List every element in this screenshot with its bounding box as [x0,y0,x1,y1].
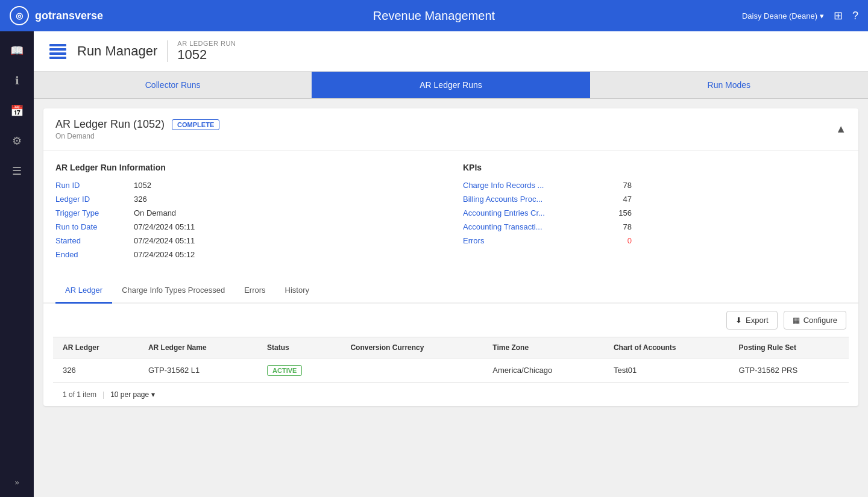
page-header: Run Manager AR LEDGER RUN 1052 [34,31,868,72]
nav-title: Revenue Management [373,9,495,23]
ledger-id-value: 326 [134,195,147,204]
card-title-section: AR Ledger Run (1052) COMPLETE [55,118,219,131]
started-label: Started [55,236,134,245]
info-icon: ℹ [15,74,19,87]
main-layout: 📖 ℹ 📅 ⚙ ☰ » Run Manage [0,31,868,497]
logo-icon: ◎ [10,6,29,25]
kpi-errors-value: 0 [614,236,632,245]
kpi-errors: Errors 0 [463,236,632,245]
run-manager-title: Run Manager [77,43,157,59]
user-name: Daisy Deane (Deane) [742,11,817,20]
kpi-accounting-trans: Accounting Transacti... 78 [463,222,632,231]
info-run-to-date: Run to Date 07/24/2024 05:11 [55,222,439,231]
sidebar: 📖 ℹ 📅 ⚙ ☰ » [0,31,34,497]
ledger-id-label: Ledger ID [55,195,134,204]
help-icon[interactable]: ? [852,10,858,22]
info-started: Started 07/24/2024 05:11 [55,236,439,245]
calendar-icon: 📅 [10,104,24,117]
ended-value: 07/24/2024 05:12 [134,250,195,259]
run-to-date-value: 07/24/2024 05:11 [134,222,195,231]
kpi-accounting-trans-value: 78 [614,222,632,231]
sub-tab-errors[interactable]: Errors [234,278,275,304]
ar-ledger-run-label: AR LEDGER RUN [177,40,236,47]
user-dropdown-icon: ▾ [820,11,824,20]
ar-ledger-table: AR Ledger AR Ledger Name Status Conversi… [53,337,849,383]
cell-status: ACTIVE [257,358,341,383]
col-ar-ledger: AR Ledger [53,337,139,358]
cell-ar-ledger-name: GTP-31562 L1 [139,358,257,383]
info-trigger-type: Trigger Type On Demand [55,208,439,217]
tab-run-modes[interactable]: Run Modes [590,72,868,98]
col-time-zone: Time Zone [483,337,604,358]
export-icon: ⬇ [735,316,742,325]
configure-icon: ▦ [793,316,800,325]
col-chart-of-accounts: Chart of Accounts [604,337,729,358]
ar-ledger-run-id: 1052 [177,47,236,63]
card-header: AR Ledger Run (1052) COMPLETE On Demand … [43,108,858,151]
configure-button[interactable]: ▦ Configure [784,311,846,330]
cell-posting-rule-set: GTP-31562 PRS [729,358,849,383]
item-count: 1 of 1 item [63,390,96,399]
kpi-accounting-entries-value: 156 [614,208,632,217]
card-subtitle: On Demand [55,132,219,140]
svg-rect-0 [49,44,66,46]
list-icon: ☰ [12,164,22,178]
kpi-billing-accounts-label: Billing Accounts Proc... [463,195,614,204]
table-row: 326 GTP-31562 L1 ACTIVE America/Chicago … [53,358,849,383]
grid-icon[interactable]: ⊞ [834,9,843,22]
sidebar-item-list[interactable]: ☰ [4,158,30,184]
cell-chart-of-accounts: Test01 [604,358,729,383]
kpi-billing-accounts: Billing Accounts Proc... 47 [463,195,632,204]
per-page-select[interactable]: 10 per page ▾ [110,390,155,399]
started-value: 07/24/2024 05:11 [134,236,195,245]
ar-ledger-run-info: AR LEDGER RUN 1052 [177,40,236,63]
svg-rect-2 [49,52,66,55]
cell-time-zone: America/Chicago [483,358,604,383]
collapse-icon[interactable]: ▲ [835,123,846,136]
table-header-row: AR Ledger AR Ledger Name Status Conversi… [53,337,849,358]
tab-ar-ledger-runs[interactable]: AR Ledger Runs [312,72,590,98]
sidebar-item-info[interactable]: ℹ [4,67,30,94]
pagination-divider: | [102,390,104,399]
kpis-section: KPIs Charge Info Records ... 78 Billing … [463,163,846,264]
export-label: Export [746,316,769,325]
tab-collector-runs[interactable]: Collector Runs [34,72,312,98]
user-menu[interactable]: Daisy Deane (Deane) ▾ [742,11,824,20]
run-info-title: AR Ledger Run Information [55,163,439,172]
svg-rect-3 [49,57,66,59]
svg-rect-1 [49,48,66,51]
per-page-chevron: ▾ [151,390,155,399]
table-container: AR Ledger AR Ledger Name Status Conversi… [53,337,849,406]
ended-label: Ended [55,250,134,259]
sub-tabs: AR Ledger Charge Info Types Processed Er… [43,278,858,304]
info-ledger-id: Ledger ID 326 [55,195,439,204]
sidebar-item-book[interactable]: 📖 [4,37,30,64]
card-header-left: AR Ledger Run (1052) COMPLETE On Demand [55,118,219,140]
trigger-type-label: Trigger Type [55,208,134,217]
top-nav: ◎ gotransverse Revenue Management Daisy … [0,0,868,31]
book-icon: 📖 [10,44,24,57]
info-run-id: Run ID 1052 [55,181,439,190]
settings-icon: ⚙ [12,134,22,148]
sidebar-item-calendar[interactable]: 📅 [4,98,30,124]
info-grid: AR Ledger Run Information Run ID 1052 Le… [43,151,858,276]
sub-tab-history[interactable]: History [275,278,319,304]
pagination: 1 of 1 item | 10 per page ▾ [53,383,849,406]
sub-tab-charge-info-types[interactable]: Charge Info Types Processed [112,278,234,304]
run-to-date-label: Run to Date [55,222,134,231]
sidebar-expand[interactable]: » [4,473,30,491]
export-button[interactable]: ⬇ Export [726,311,778,330]
run-id-value: 1052 [134,181,151,190]
col-conversion-currency: Conversion Currency [341,337,483,358]
sub-tab-ar-ledger[interactable]: AR Ledger [55,278,112,304]
kpi-billing-accounts-value: 47 [614,195,632,204]
configure-label: Configure [804,316,837,325]
kpis-title: KPIs [463,163,846,172]
cell-conversion-currency [341,358,483,383]
kpi-accounting-entries-label: Accounting Entries Cr... [463,208,614,217]
kpi-charge-info: Charge Info Records ... 78 [463,181,632,190]
kpi-charge-info-value: 78 [614,181,632,190]
sidebar-item-settings[interactable]: ⚙ [4,128,30,154]
info-ended: Ended 07/24/2024 05:12 [55,250,439,259]
col-posting-rule-set: Posting Rule Set [729,337,849,358]
